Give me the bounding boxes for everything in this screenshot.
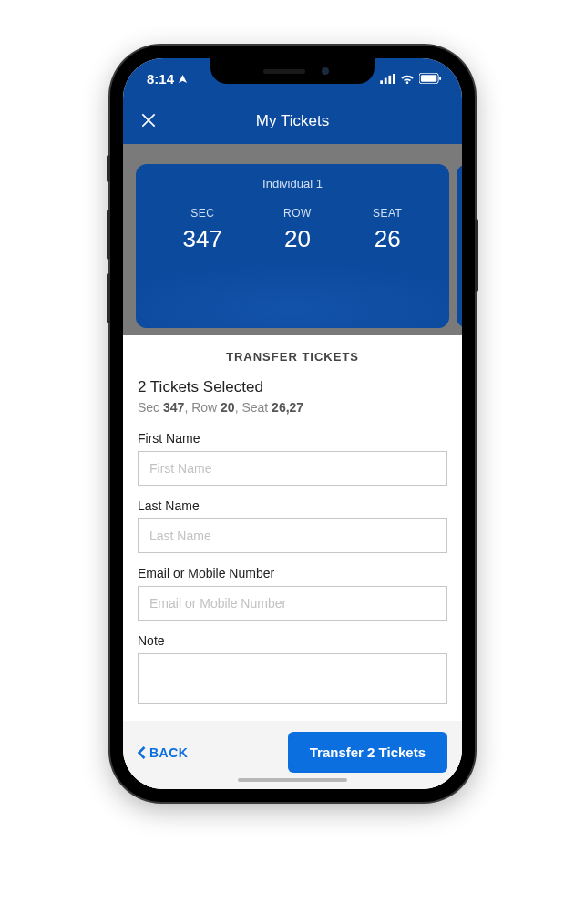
email-input[interactable]	[138, 586, 447, 621]
section-value: 347	[183, 225, 222, 253]
volume-down-button	[107, 273, 110, 323]
svg-rect-6	[439, 77, 441, 80]
wifi-icon	[400, 73, 415, 84]
svg-rect-0	[380, 80, 383, 84]
svg-rect-2	[388, 75, 391, 83]
cellular-icon	[380, 74, 395, 84]
location-icon	[178, 74, 188, 84]
status-time: 8:14	[147, 71, 174, 87]
side-button	[107, 155, 110, 182]
close-icon[interactable]	[139, 111, 158, 129]
svg-rect-3	[393, 74, 395, 84]
seat-info-row: SEC 347 ROW 20 SEAT 26	[136, 207, 449, 253]
volume-up-button	[107, 210, 110, 260]
tickets-selected-detail: Sec 347, Row 20, Seat 26,27	[138, 400, 447, 415]
page-title: My Tickets	[256, 112, 329, 130]
tickets-selected-title: 2 Tickets Selected	[138, 378, 447, 396]
next-ticket-peek[interactable]	[457, 164, 462, 328]
note-input[interactable]	[138, 653, 447, 704]
status-icons	[380, 73, 442, 84]
back-button[interactable]: BACK	[138, 745, 188, 760]
note-field: Note	[138, 633, 447, 708]
row-value: 20	[284, 225, 311, 253]
status-time-group: 8:14	[147, 71, 188, 87]
svg-rect-1	[385, 77, 387, 83]
ticket-card[interactable]: Individual 1 SEC 347 ROW 20 SEAT 26	[136, 164, 449, 328]
last-name-label: Last Name	[138, 498, 447, 513]
first-name-field: First Name	[138, 431, 447, 486]
battery-icon	[419, 73, 442, 84]
transfer-button[interactable]: Transfer 2 Tickets	[288, 732, 447, 773]
notch	[210, 58, 375, 84]
ticket-individual-label: Individual 1	[136, 177, 449, 190]
screen: 8:14 My Tickets Individual 1 SEC 347	[123, 58, 462, 789]
seat-column: SEAT 26	[373, 207, 402, 253]
form-header: TRANSFER TICKETS	[123, 335, 462, 378]
last-name-field: Last Name	[138, 498, 447, 553]
stadium-graphic	[136, 255, 449, 328]
section-column: SEC 347	[183, 207, 222, 253]
first-name-input[interactable]	[138, 451, 447, 486]
seat-label: SEAT	[373, 207, 402, 220]
back-button-label: BACK	[149, 745, 188, 760]
last-name-input[interactable]	[138, 518, 447, 553]
chevron-left-icon	[138, 746, 146, 759]
nav-bar: My Tickets	[123, 98, 462, 144]
power-button	[475, 219, 478, 292]
first-name-label: First Name	[138, 431, 447, 446]
email-label: Email or Mobile Number	[138, 566, 447, 580]
row-label: ROW	[283, 207, 312, 220]
seat-value: 26	[375, 225, 401, 253]
home-indicator[interactable]	[238, 778, 347, 782]
section-label: SEC	[190, 207, 214, 220]
transfer-form: TRANSFER TICKETS 2 Tickets Selected Sec …	[123, 335, 462, 789]
form-body: 2 Tickets Selected Sec 347, Row 20, Seat…	[123, 378, 462, 721]
svg-rect-5	[421, 75, 436, 82]
ticket-card-area: Individual 1 SEC 347 ROW 20 SEAT 26	[123, 144, 462, 335]
phone-frame: 8:14 My Tickets Individual 1 SEC 347	[110, 46, 475, 802]
note-label: Note	[138, 633, 447, 648]
email-field: Email or Mobile Number	[138, 566, 447, 621]
row-column: ROW 20	[283, 207, 312, 253]
